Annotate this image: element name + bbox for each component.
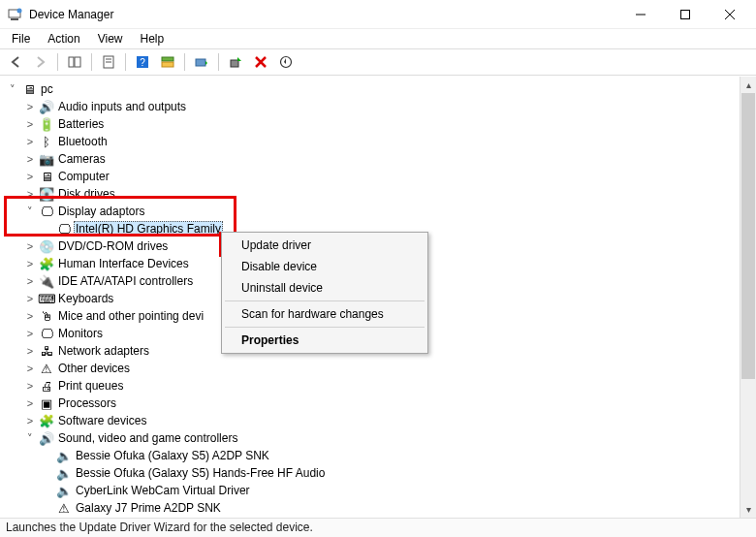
expand-icon[interactable]: > [23,344,37,358]
device-icon: 🔊 [39,99,54,114]
svg-rect-1 [11,18,18,20]
tree-category[interactable]: >📷Cameras [6,150,754,168]
tree-device[interactable]: 🔈Bessie Ofuka (Galaxy S5) Hands-Free HF … [6,464,754,482]
ctx-properties[interactable]: Properties [224,330,425,351]
statusbar: Launches the Update Driver Wizard for th… [0,518,756,537]
toolbar: ? [0,48,756,76]
expand-icon[interactable]: > [23,135,37,148]
device-icon: 🖵 [39,326,54,341]
tree-category[interactable]: >🧩Software devices [6,412,754,429]
device-icon: 🖵 [39,204,54,219]
svg-rect-4 [681,10,690,18]
ctx-separator [225,327,425,328]
device-icon: ⚠ [39,361,54,376]
device-icon: ▣ [39,395,54,411]
expand-icon[interactable]: > [23,239,37,253]
back-button[interactable] [4,50,27,74]
show-hide-console-button[interactable] [63,50,86,74]
expand-icon[interactable]: ˅ [6,82,19,96]
tree-category[interactable]: ˅🖵Display adaptors [6,203,754,220]
expand-icon[interactable]: > [23,274,37,288]
tree-item-label: Keyboards [58,292,113,305]
tree-category[interactable]: >💽Disk drives [6,185,754,203]
tree-category[interactable]: >▣Processors [6,395,754,412]
app-icon [8,7,23,22]
device-icon: 🧩 [39,413,54,428]
expand-icon[interactable]: > [23,187,37,201]
expand-icon[interactable]: > [23,327,37,340]
tree-category[interactable]: >ᛒBluetooth [6,133,754,150]
expand-icon[interactable]: > [23,414,37,427]
context-menu: Update driver Disable device Uninstall d… [221,232,428,354]
expand-icon[interactable]: > [23,117,37,131]
expand-icon[interactable]: > [23,362,37,375]
tree-category[interactable]: >🔊Audio inputs and outputs [6,98,754,115]
tree-device[interactable]: 🔈Bessie Ofuka (Galaxy S5) A2DP SNK [6,447,754,464]
tree-item-label: Intel(R) HD Graphics Family [74,221,223,237]
tree-item-label: Computer [58,170,110,183]
svg-rect-16 [196,59,205,66]
menu-help[interactable]: Help [133,30,173,47]
expand-icon[interactable]: > [23,257,37,270]
tree-category[interactable]: >🖨Print queues [6,377,754,395]
maximize-button[interactable] [663,0,708,29]
device-icon: 🔋 [39,116,54,132]
help-button[interactable]: ? [131,50,154,74]
menu-action[interactable]: Action [40,30,87,47]
expand-icon[interactable]: > [23,100,37,113]
expand-icon[interactable]: > [23,152,37,166]
tree-root[interactable]: ˅🖥pc [6,80,754,98]
update-driver-button[interactable] [190,50,213,74]
tree-item-label: Audio inputs and outputs [58,100,186,113]
svg-point-2 [17,8,22,13]
svg-rect-14 [162,57,173,61]
forward-button[interactable] [29,50,52,74]
tree-item-label: pc [41,82,53,96]
vertical-scrollbar[interactable]: ▴ ▾ [740,77,756,518]
tree-item-label: Disk drives [58,187,115,201]
expand-icon[interactable]: > [23,309,37,323]
tree-category[interactable]: >⚠Other devices [6,360,754,377]
expand-icon[interactable]: > [23,170,37,183]
expand-icon[interactable]: ˅ [23,431,37,445]
action-center-button[interactable] [156,50,179,74]
device-icon: 🔈 [56,465,72,481]
tree-item-label: Galaxy J7 Prime A2DP SNK [76,501,221,515]
expand-icon[interactable]: ˅ [23,205,37,218]
device-icon: 🖨 [39,378,54,394]
scrollbar-thumb[interactable] [741,93,755,379]
minimize-button[interactable] [618,0,663,29]
enable-device-button[interactable] [224,50,247,74]
expand-icon[interactable]: > [23,379,37,393]
status-text: Launches the Update Driver Wizard for th… [6,521,313,534]
close-button[interactable] [708,0,752,29]
tree-device[interactable]: ⚠Galaxy J7 Prime A2DP SNK [6,499,754,517]
tree-item-label: Other devices [58,362,130,375]
device-icon: 🔊 [39,430,54,446]
scroll-down-icon[interactable]: ▾ [740,501,756,518]
expand-icon[interactable]: > [23,396,37,410]
ctx-update-driver[interactable]: Update driver [224,235,425,256]
separator [125,53,126,71]
tree-category[interactable]: >🔋Batteries [6,115,754,133]
expand-icon[interactable]: > [23,292,37,305]
uninstall-device-button[interactable] [249,50,272,74]
device-icon: 🖥 [39,169,54,184]
ctx-uninstall-device[interactable]: Uninstall device [224,277,425,299]
tree-item-label: Mice and other pointing devi [58,309,204,323]
ctx-disable-device[interactable]: Disable device [224,256,425,277]
tree-category[interactable]: >🖥Computer [6,168,754,185]
menubar: File Action View Help [0,29,756,48]
menu-file[interactable]: File [4,30,38,47]
ctx-scan-hardware[interactable]: Scan for hardware changes [224,303,425,325]
svg-rect-8 [75,57,80,67]
tree-category[interactable]: ˅🔊Sound, video and game controllers [6,429,754,447]
menu-view[interactable]: View [90,30,131,47]
scroll-up-icon[interactable]: ▴ [740,77,756,93]
separator [184,53,185,71]
tree-item-label: Cameras [58,152,106,166]
scan-hardware-button[interactable] [274,50,298,74]
tree-device[interactable]: 🔈CyberLink WebCam Virtual Driver [6,482,754,499]
tree-item-label: Monitors [58,327,103,340]
properties-button[interactable] [97,50,120,74]
